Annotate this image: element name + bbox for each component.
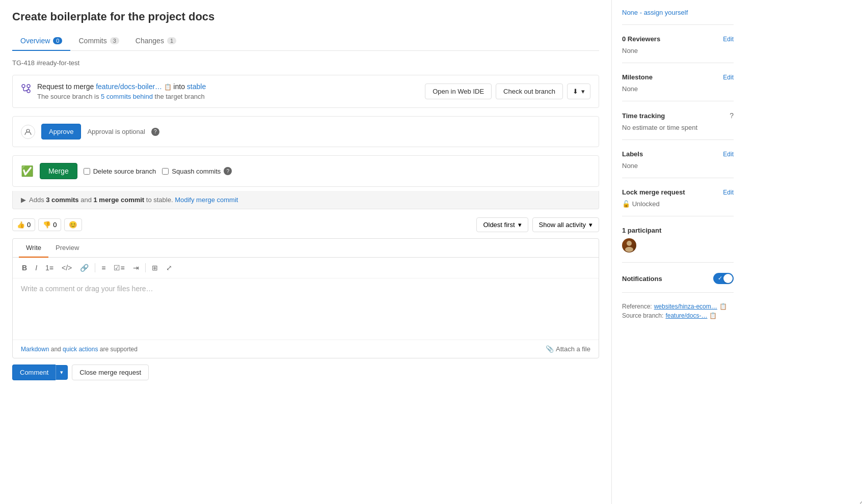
participants-header: 1 participant bbox=[622, 227, 734, 234]
source-branch-value[interactable]: feature/docs-… bbox=[665, 312, 707, 319]
reference-copy-button[interactable]: 📋 bbox=[719, 303, 727, 310]
approval-help-icon[interactable]: ? bbox=[151, 128, 159, 136]
merge-icon bbox=[21, 83, 31, 95]
merge-button[interactable]: Merge bbox=[40, 163, 77, 179]
notifications-toggle[interactable]: ✓ bbox=[713, 273, 734, 284]
comment-toolbar: B I 1≡ </> 🔗 ≡ ☑≡ ⇥ ⊞ ⤢ bbox=[13, 258, 599, 278]
notifications-section: Notifications ✓ bbox=[622, 273, 734, 293]
tab-write[interactable]: Write bbox=[19, 239, 48, 258]
reference-row: Reference: websites/hinza-ecom… 📋 bbox=[622, 303, 734, 310]
reviewers-value: None bbox=[622, 47, 734, 54]
merge-row: ✅ Merge Delete source branch Squash comm… bbox=[21, 163, 590, 179]
participant-avatar bbox=[622, 238, 636, 253]
check-out-branch-button[interactable]: Check out branch bbox=[496, 83, 563, 99]
squash-commits-label[interactable]: Squash commits ? bbox=[162, 167, 232, 175]
link-button[interactable]: 🔗 bbox=[77, 262, 92, 274]
close-merge-request-button[interactable]: Close merge request bbox=[72, 365, 149, 380]
fullscreen-button[interactable]: ⤢ bbox=[163, 262, 175, 274]
comment-actions: Comment ▾ Close merge request bbox=[12, 365, 599, 380]
approval-avatar-icon: ✓ bbox=[21, 125, 35, 139]
open-web-ide-button[interactable]: Open in Web IDE bbox=[425, 83, 492, 99]
download-button[interactable]: ⬇ ▾ bbox=[567, 83, 590, 99]
show-all-activity-dropdown[interactable]: Show all activity ▾ bbox=[532, 217, 599, 232]
approve-button[interactable]: Approve bbox=[41, 124, 81, 139]
tab-overview[interactable]: Overview 0 bbox=[12, 32, 70, 51]
dropdown-chevron: ▾ bbox=[581, 88, 585, 95]
unordered-list-button[interactable]: ≡ bbox=[98, 262, 109, 274]
comment-dropdown-button[interactable]: ▾ bbox=[56, 365, 68, 380]
reference-value[interactable]: websites/hinza-ecom… bbox=[654, 303, 717, 310]
reviewers-header: 0 Reviewers Edit bbox=[622, 35, 734, 43]
commits-behind-link[interactable]: 5 commits behind bbox=[101, 93, 153, 100]
lock-merge-edit-link[interactable]: Edit bbox=[723, 189, 734, 196]
merge-check-icon: ✅ bbox=[21, 165, 34, 177]
chevron-down-icon: ▾ bbox=[518, 221, 522, 229]
labels-label: Labels bbox=[622, 150, 643, 158]
quick-actions-link[interactable]: quick actions bbox=[63, 346, 98, 353]
svg-point-2 bbox=[27, 85, 30, 88]
italic-button[interactable]: I bbox=[32, 262, 40, 274]
copy-source-icon[interactable]: 📋 bbox=[164, 83, 173, 91]
request-to-merge-label: Request to merge bbox=[37, 82, 96, 91]
delete-source-label[interactable]: Delete source branch bbox=[84, 167, 156, 175]
participants-label: 1 participant bbox=[622, 227, 661, 234]
squash-commits-checkbox[interactable] bbox=[162, 168, 169, 175]
checklist-button[interactable]: ☑≡ bbox=[111, 262, 127, 274]
tab-preview[interactable]: Preview bbox=[48, 239, 86, 258]
labels-edit-link[interactable]: Edit bbox=[723, 151, 734, 158]
sidebar: None - assign yourself 0 Reviewers Edit … bbox=[611, 0, 744, 504]
lock-merge-header: Lock merge request Edit bbox=[622, 188, 734, 196]
bold-button[interactable]: B bbox=[19, 262, 30, 274]
comment-section: Write Preview B I 1≡ </> 🔗 ≡ ☑≡ ⇥ ⊞ ⤢ Wr… bbox=[12, 238, 599, 358]
approval-box: ✓ Approve Approval is optional ? bbox=[12, 116, 599, 147]
commits-info: ▶ Adds 3 commits and 1 merge commit to s… bbox=[12, 191, 599, 209]
merge-box: ✅ Merge Delete source branch Squash comm… bbox=[12, 155, 599, 187]
milestone-value: None bbox=[622, 85, 734, 93]
modify-merge-commit-link[interactable]: Modify merge commit bbox=[175, 196, 238, 204]
milestone-label: Milestone bbox=[622, 73, 653, 81]
table-button[interactable]: ⊞ bbox=[149, 262, 161, 274]
target-branch-link[interactable]: stable bbox=[187, 82, 206, 91]
indent-button[interactable]: ⇥ bbox=[130, 262, 142, 274]
source-branch-link[interactable]: feature/docs-boiler… bbox=[96, 82, 162, 91]
reference-label: Reference: bbox=[622, 303, 652, 310]
comment-button[interactable]: Comment bbox=[12, 365, 56, 380]
assign-yourself-link[interactable]: None - assign yourself bbox=[622, 9, 688, 16]
toggle-knob bbox=[723, 274, 733, 283]
squash-help-icon[interactable]: ? bbox=[224, 167, 232, 175]
assign-section: None - assign yourself bbox=[622, 8, 734, 25]
time-tracking-help-icon[interactable]: ? bbox=[730, 111, 734, 120]
comment-placeholder: Write a comment or drag your files here… bbox=[21, 285, 153, 293]
download-icon: ⬇ bbox=[573, 88, 578, 95]
expand-icon[interactable]: ▶ bbox=[21, 196, 26, 204]
reviewers-edit-link[interactable]: Edit bbox=[723, 36, 734, 43]
attach-file-button[interactable]: 📎 Attach a file bbox=[546, 345, 590, 353]
svg-point-7 bbox=[625, 247, 633, 252]
tab-commits[interactable]: Commits 3 bbox=[70, 32, 127, 51]
chevron-down-icon-2: ▾ bbox=[589, 221, 592, 229]
code-button[interactable]: </> bbox=[59, 262, 75, 274]
markdown-link[interactable]: Markdown bbox=[21, 346, 49, 353]
merge-info-box: Request to merge feature/docs-boiler… 📋 … bbox=[12, 75, 599, 108]
milestone-edit-link[interactable]: Edit bbox=[723, 74, 734, 81]
attach-icon: 📎 bbox=[546, 345, 554, 353]
thumbs-down-button[interactable]: 👎 0 bbox=[38, 218, 61, 231]
labels-header: Labels Edit bbox=[622, 150, 734, 158]
time-tracking-header: Time tracking ? bbox=[622, 111, 734, 120]
tab-changes[interactable]: Changes 1 bbox=[127, 32, 184, 51]
merge-actions: Open in Web IDE Check out branch ⬇ ▾ bbox=[425, 83, 590, 99]
emoji-picker-button[interactable]: 😊 bbox=[64, 218, 82, 231]
thumbs-up-button[interactable]: 👍 0 bbox=[12, 218, 35, 231]
page-title: Create boilerplate for the project docs bbox=[12, 10, 599, 23]
activity-controls: Oldest first ▾ Show all activity ▾ bbox=[476, 217, 599, 232]
comment-body[interactable]: Write a comment or drag your files here… bbox=[13, 278, 599, 340]
ordered-list-button[interactable]: 1≡ bbox=[42, 262, 57, 274]
lock-merge-label: Lock merge request bbox=[622, 188, 685, 196]
source-branch-copy-button[interactable]: 📋 bbox=[709, 312, 717, 319]
oldest-first-dropdown[interactable]: Oldest first ▾ bbox=[476, 217, 528, 232]
toolbar-divider-1 bbox=[95, 263, 95, 272]
delete-source-checkbox[interactable] bbox=[84, 168, 90, 175]
lock-icon: 🔓 bbox=[622, 200, 630, 208]
issue-ref: TG-418 #ready-for-test bbox=[12, 59, 599, 67]
lock-merge-section: Lock merge request Edit 🔓 Unlocked bbox=[622, 188, 734, 216]
